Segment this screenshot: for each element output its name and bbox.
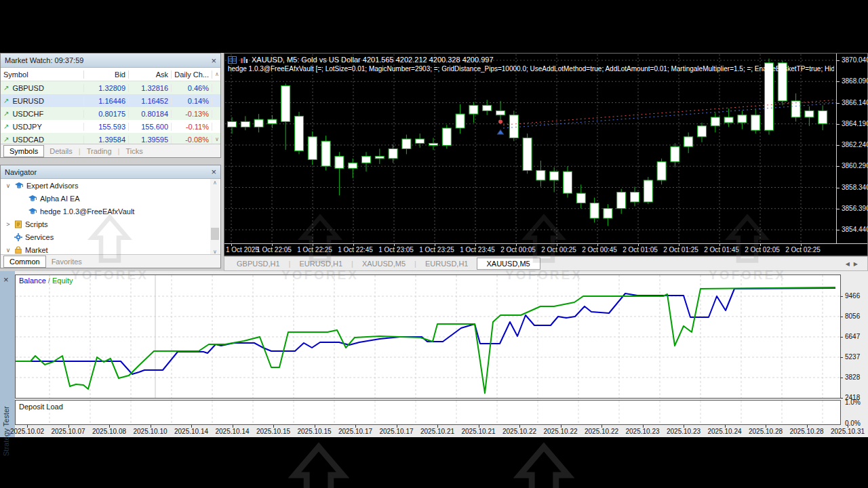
candle-body: [523, 138, 532, 170]
column-symbol[interactable]: Symbol: [1, 70, 84, 79]
tree-item-services[interactable]: Services: [1, 230, 220, 243]
ask-cell: 1.16452: [129, 97, 172, 105]
candle-body: [442, 128, 451, 146]
chevron-down-icon[interactable]: ∨: [5, 182, 12, 189]
close-icon[interactable]: ×: [211, 167, 216, 176]
close-icon[interactable]: ×: [211, 56, 216, 65]
chevron-down-icon[interactable]: ∨: [5, 247, 12, 253]
expert-icon: [14, 182, 24, 190]
tab-favorites[interactable]: Favorites: [46, 256, 87, 267]
tab-symbols[interactable]: Symbols: [3, 145, 44, 157]
deposit-load-plot[interactable]: Deposit Load: [15, 400, 841, 425]
price-tick: [837, 145, 840, 146]
time-label: 1 Oct 23:25: [416, 246, 458, 253]
market-watch-row[interactable]: ↗USDCHF0.801750.80184-0.13%: [1, 107, 220, 120]
tree-item-label: Alpha AI EA: [40, 195, 80, 203]
value-tick: [840, 337, 843, 338]
candle-body: [295, 116, 304, 150]
candle-body: [644, 180, 652, 202]
chart-header: XAUUSD, M5: Gold vs US Dollar 4201.565 4…: [228, 56, 494, 64]
tree-item-label: hedge 1.0.3@FreeEAfxVault: [40, 207, 134, 216]
services-icon: [14, 233, 22, 241]
candle-body: [496, 110, 505, 115]
price-label: 3860.290: [842, 162, 868, 169]
legend-balance: Balance: [19, 277, 46, 285]
chart-tab-xauusd-m5[interactable]: XAUUSD,M5: [354, 258, 414, 269]
market-watch-row[interactable]: ↗GBPUSD1.328091.328160.46%: [1, 81, 220, 94]
price-label: 3856.390: [842, 205, 868, 212]
candle-body: [564, 171, 572, 193]
watermark: [513, 442, 574, 488]
candle-body: [335, 157, 344, 169]
chart-tab-gbpusd-h1[interactable]: GBPUSD,H1: [229, 258, 288, 269]
market-watch-titlebar[interactable]: Market Watch: 09:37:59 ×: [1, 54, 220, 68]
tree-item-hedge-1-0-3-freeeafxvault[interactable]: hedge 1.0.3@FreeEAfxVault: [1, 205, 220, 218]
mt5-terminal: Market Watch: 09:37:59 × Symbol Bid Ask …: [0, 0, 868, 488]
column-ask[interactable]: Ask: [129, 70, 172, 79]
chart-tab-eurusd-h1[interactable]: EURUSD,H1: [417, 258, 477, 269]
column-daily-change[interactable]: Daily Ch...: [172, 70, 212, 79]
chart-tab-eurusd-h1[interactable]: EURUSD,H1: [291, 258, 351, 269]
chart-tab-xauusd-m5[interactable]: XAUUSD,M5: [477, 258, 540, 270]
scroll-up-icon[interactable]: ∧: [212, 71, 220, 77]
tree-item-label: Expert Advisors: [26, 182, 78, 190]
value-label: 6647: [845, 333, 860, 340]
balance-equity-plot[interactable]: Balance / Equity: [15, 274, 841, 399]
balance-line: [16, 288, 835, 374]
legend-equity: Equity: [52, 277, 73, 285]
date-label: 2025.10.17: [332, 428, 379, 435]
time-scale[interactable]: 1 Oct 20251 Oct 22:051 Oct 22:251 Oct 22…: [224, 243, 867, 256]
navigator-tree: ∨Expert AdvisorsAlpha AI EAhedge 1.0.3@F…: [1, 179, 220, 256]
time-label: 2 Oct 01:05: [619, 246, 661, 253]
candlestick-plot[interactable]: [224, 54, 837, 243]
chevron-right-icon[interactable]: >: [5, 221, 12, 228]
candle-body: [228, 121, 237, 127]
price-tick: [837, 188, 840, 188]
value-tick: [840, 378, 843, 378]
candle-body: [724, 117, 733, 123]
market-watch-row[interactable]: ↗EURUSD1.164461.164520.14%: [1, 94, 220, 107]
candle-body: [254, 119, 263, 127]
tab-ticks[interactable]: Ticks: [120, 146, 148, 157]
ohlc-grid-icon: [228, 56, 237, 64]
price-tick: [837, 230, 840, 230]
daily-change-cell: -0.08%: [172, 136, 212, 144]
bid-cell: 155.593: [84, 123, 129, 131]
navigator-titlebar[interactable]: Navigator ×: [1, 165, 220, 179]
price-label: 3870.040: [842, 56, 868, 64]
time-label: 2 Oct 02:25: [782, 246, 824, 253]
price-label: 3854.440: [842, 226, 868, 233]
scroll-down-icon[interactable]: ∨: [212, 136, 220, 142]
date-label: 2025.10.17: [373, 428, 420, 435]
tree-item-alpha-ai-ea[interactable]: Alpha AI EA: [1, 192, 220, 205]
navigator-title: Navigator: [5, 168, 37, 176]
column-bid[interactable]: Bid: [84, 70, 129, 79]
navigator-tabs: CommonFavorites: [1, 254, 220, 268]
date-label: 2025.10.31: [824, 428, 868, 435]
date-label: 2025.10.23: [660, 428, 707, 435]
time-label: 1 Oct 22:45: [334, 246, 376, 253]
candle-body: [375, 157, 384, 159]
scroll-up-icon[interactable]: ∧: [210, 179, 220, 186]
time-label: 1 Oct 23:45: [456, 246, 498, 253]
scrollbar-thumb[interactable]: [211, 228, 219, 240]
tree-item-expert-advisors[interactable]: ∨Expert Advisors: [1, 179, 220, 192]
strategy-tester-sidebar[interactable]: × Strategy Tester: [0, 271, 15, 437]
candle-body: [469, 105, 478, 114]
navigator-panel: Navigator × ∨Expert AdvisorsAlpha AI EAh…: [0, 165, 221, 268]
tab-details[interactable]: Details: [44, 146, 78, 157]
time-label: 1 Oct 22:25: [294, 246, 336, 253]
market-watch-row[interactable]: ↗USDJPY155.593155.600-0.11%: [1, 120, 220, 133]
close-icon[interactable]: ×: [3, 275, 9, 284]
date-label: 2025.10.08: [85, 428, 133, 435]
tree-item-label: Services: [25, 233, 54, 241]
tab-common[interactable]: Common: [3, 256, 46, 268]
candle-body: [631, 192, 639, 202]
price-scale[interactable]: 3870.0403868.0903866.1403864.1903862.240…: [837, 54, 867, 243]
navigator-scrollbar[interactable]: ∧ ∨: [210, 179, 220, 256]
tab-scroll-arrows[interactable]: ◀▶: [846, 261, 863, 267]
tree-item-scripts[interactable]: >Scripts: [1, 218, 220, 230]
tab-trading[interactable]: Trading: [81, 146, 117, 157]
market-watch-tabs: SymbolsDetails|Trading|Ticks: [1, 144, 220, 157]
date-label: 2025.10.28: [783, 428, 831, 435]
